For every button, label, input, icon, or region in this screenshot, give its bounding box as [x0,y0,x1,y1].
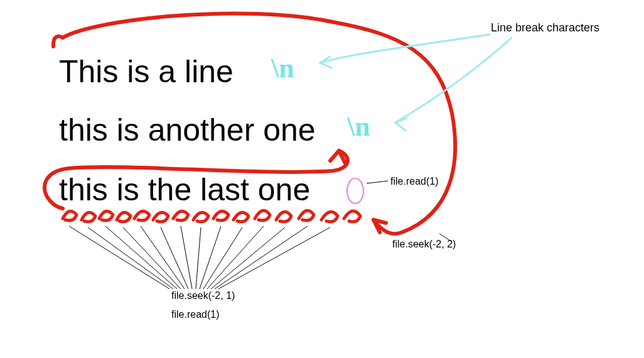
pink-read-circle [347,178,363,203]
label-file-seek-end: file.seek(-2, 2) [392,239,456,250]
text-line-1: This is a line [59,53,233,90]
text-line-2: this is another one [59,112,316,148]
label-linebreak: Line break characters [491,21,599,35]
newline-glyph-1: \n [271,52,294,84]
newline-glyph-2: \n [347,111,370,143]
label-file-seek-cur: file.seek(-2, 1) [171,290,235,301]
red-squiggles-underline [63,210,360,222]
svg-point-0 [347,178,363,203]
leader-fan [69,226,330,289]
text-line-3: this is the last one [59,171,310,208]
label-file-read-1: file.read(1) [390,176,438,187]
leader-read1 [367,181,388,183]
label-file-read-1b: file.read(1) [171,309,219,320]
